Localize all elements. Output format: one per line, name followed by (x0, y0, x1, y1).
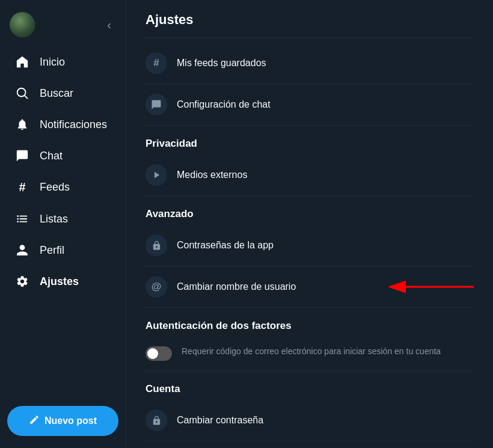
feeds-icon: # (14, 180, 30, 194)
sidebar: ‹ Inicio Buscar Notificaciones (0, 0, 126, 448)
svg-point-0 (17, 88, 26, 97)
cambiar-usuario-label: Cambiar nombre de usuario (177, 281, 296, 292)
chat-icon (14, 149, 30, 162)
contrasenas-app-label: Contraseñas de la app (177, 240, 274, 251)
medios-externos-label: Medios externos (177, 170, 247, 180)
config-chat-icon (145, 94, 167, 115)
sidebar-item-ajustes[interactable]: Ajustes (5, 268, 121, 295)
svg-rect-5 (19, 216, 27, 217)
red-arrow (384, 275, 480, 299)
back-button[interactable]: ‹ (102, 16, 116, 34)
feeds-guardados-icon: # (145, 52, 167, 74)
req-codigo-label: Requerir código de correo electrónico pa… (182, 346, 441, 356)
sidebar-item-inicio[interactable]: Inicio (5, 48, 121, 76)
settings-icon (14, 275, 30, 288)
page-title: Ajustes (145, 0, 474, 38)
sidebar-label-listas: Listas (40, 213, 68, 226)
svg-rect-7 (19, 221, 27, 222)
medios-externos-icon (145, 164, 167, 186)
avatar-area: ‹ (0, 7, 126, 47)
profile-icon (14, 244, 30, 257)
settings-item-cambiar-contrasena[interactable]: Cambiar contraseña (145, 400, 474, 441)
toggle-slider (145, 346, 172, 361)
search-icon (14, 87, 30, 100)
sidebar-label-notificaciones: Notificaciones (40, 118, 107, 131)
sidebar-item-notificaciones[interactable]: Notificaciones (5, 111, 121, 138)
lock-icon (145, 235, 167, 256)
sidebar-label-buscar: Buscar (40, 87, 73, 100)
list-icon (14, 212, 30, 226)
sidebar-label-ajustes: Ajustes (40, 275, 79, 288)
settings-item-req-codigo: Requerir código de correo electrónico pa… (145, 337, 474, 371)
sidebar-item-feeds[interactable]: # Feeds (5, 173, 121, 201)
sidebar-item-buscar[interactable]: Buscar (5, 79, 121, 107)
sidebar-item-perfil[interactable]: Perfil (5, 236, 121, 264)
section-header-autenticacion: Autenticación de dos factores (145, 308, 474, 337)
req-codigo-toggle[interactable] (145, 346, 172, 361)
new-post-label: Nuevo post (44, 416, 97, 426)
svg-point-3 (17, 218, 19, 220)
settings-item-config-chat[interactable]: Configuración de chat (145, 84, 474, 126)
svg-point-4 (17, 221, 19, 222)
avatar[interactable] (10, 12, 35, 37)
sidebar-label-chat: Chat (40, 150, 63, 162)
home-icon (14, 55, 30, 69)
sidebar-label-feeds: Feeds (40, 181, 70, 194)
section-header-avanzado: Avanzado (145, 196, 474, 225)
sidebar-item-listas[interactable]: Listas (5, 205, 121, 233)
sidebar-label-perfil: Perfil (40, 244, 64, 257)
svg-point-2 (17, 215, 19, 217)
bell-icon (14, 118, 30, 131)
sidebar-label-inicio: Inicio (40, 56, 65, 69)
new-post-icon (29, 414, 40, 428)
settings-item-feeds-guardados[interactable]: # Mis feeds guardados (145, 43, 474, 84)
feeds-guardados-label: Mis feeds guardados (177, 58, 266, 69)
sidebar-item-chat[interactable]: Chat (5, 142, 121, 170)
config-chat-label: Configuración de chat (177, 99, 271, 110)
settings-item-exportar-datos[interactable]: Exportar Mis Datos (145, 441, 474, 448)
settings-item-cambiar-usuario[interactable]: @ Cambiar nombre de usuario (145, 266, 474, 308)
nav-items: Inicio Buscar Notificaciones Chat # Feed… (0, 47, 126, 396)
main-content: Ajustes # Mis feeds guardados Configurac… (126, 0, 493, 448)
cambiar-contrasena-label: Cambiar contraseña (177, 415, 263, 426)
new-post-button[interactable]: Nuevo post (7, 406, 118, 436)
settings-item-medios-externos[interactable]: Medios externos (145, 155, 474, 196)
settings-item-contrasenas-app[interactable]: Contraseñas de la app (145, 225, 474, 266)
at-icon: @ (145, 276, 167, 298)
svg-line-1 (25, 96, 28, 99)
section-header-privacidad: Privacidad (145, 126, 474, 155)
svg-rect-6 (19, 218, 27, 219)
section-header-cuenta: Cuenta (145, 371, 474, 400)
lock2-icon (145, 410, 167, 431)
